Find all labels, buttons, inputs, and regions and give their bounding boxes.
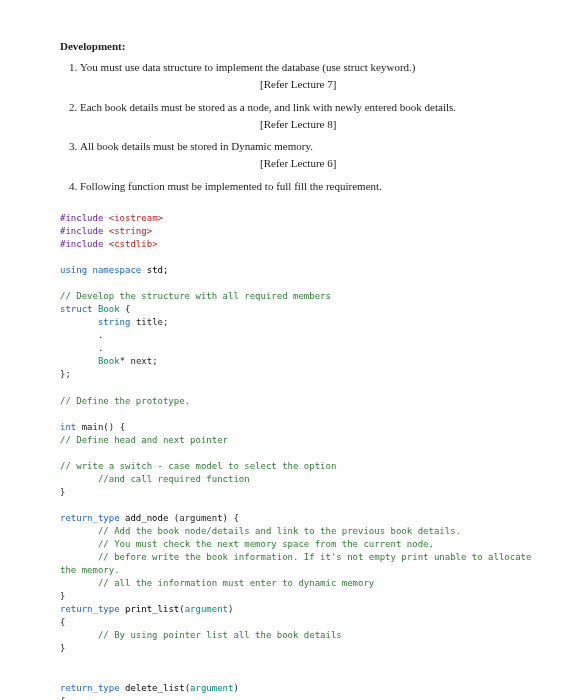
include-header: <iostream> bbox=[109, 213, 163, 223]
brace: { bbox=[60, 617, 65, 627]
func-add-node: add_node bbox=[125, 513, 168, 523]
brace: } bbox=[60, 643, 65, 653]
section-heading: Development: bbox=[60, 40, 516, 52]
requirements-list: You must use data structure to implement… bbox=[80, 60, 516, 194]
ident-next: * next; bbox=[120, 356, 158, 366]
comment: // You must check the next memory space … bbox=[98, 539, 434, 549]
comment: // By using pointer list all the book de… bbox=[98, 630, 342, 640]
comment: // write a switch - case model to select… bbox=[60, 461, 336, 471]
include-directive: #include bbox=[60, 239, 109, 249]
list-item-ref: [Refer Lecture 6] bbox=[260, 156, 516, 171]
include-header: <string> bbox=[109, 226, 152, 236]
list-item: Each book details must be stored as a no… bbox=[80, 100, 516, 132]
dot: . bbox=[98, 343, 103, 353]
paren-argument: (argument) bbox=[174, 513, 228, 523]
type-book: Book bbox=[98, 304, 120, 314]
keyword-namespace: namespace bbox=[93, 265, 142, 275]
comment: // Add the book node/details and link to… bbox=[98, 526, 461, 536]
brace: } bbox=[60, 591, 65, 601]
argument: argument bbox=[190, 683, 233, 693]
list-item-ref: [Refer Lecture 8] bbox=[260, 117, 516, 132]
type-book: Book bbox=[98, 356, 120, 366]
brace: { bbox=[120, 422, 125, 432]
ident-title: title; bbox=[136, 317, 169, 327]
include-directive: #include bbox=[60, 213, 109, 223]
list-item-text: Following function must be implemented t… bbox=[80, 180, 382, 192]
comment: // Define the prototype. bbox=[60, 396, 190, 406]
comment: // before write the book information. If… bbox=[98, 552, 531, 562]
brace: { bbox=[233, 513, 238, 523]
brace: }; bbox=[60, 369, 71, 379]
brace: { bbox=[125, 304, 130, 314]
return-type: return_type bbox=[60, 683, 120, 693]
argument: argument bbox=[185, 604, 228, 614]
list-item-text: All book details must be stored in Dynam… bbox=[80, 140, 313, 152]
code-block: #include <iostream> #include <string> #i… bbox=[60, 212, 516, 700]
list-item-ref: [Refer Lecture 7] bbox=[260, 77, 516, 92]
func-print-list: print_list bbox=[125, 604, 179, 614]
comment: // all the information must enter to dyn… bbox=[98, 578, 374, 588]
ident-std: std; bbox=[147, 265, 169, 275]
return-type: return_type bbox=[60, 513, 120, 523]
keyword-int: int bbox=[60, 422, 76, 432]
comment: //and call required function bbox=[98, 474, 250, 484]
return-type: return_type bbox=[60, 604, 120, 614]
list-item: Following function must be implemented t… bbox=[80, 179, 516, 194]
type-string: string bbox=[98, 317, 131, 327]
comment: // Define head and next pointer bbox=[60, 435, 228, 445]
comment: // Develop the structure with all requir… bbox=[60, 291, 331, 301]
func-main: main() bbox=[82, 422, 115, 432]
list-item: You must use data structure to implement… bbox=[80, 60, 516, 92]
func-delete-list: delete_list bbox=[125, 683, 185, 693]
include-header: <cstdlib> bbox=[109, 239, 158, 249]
list-item-text: You must use data structure to implement… bbox=[80, 61, 416, 73]
include-directive: #include bbox=[60, 226, 109, 236]
brace: } bbox=[60, 487, 65, 497]
list-item: All book details must be stored in Dynam… bbox=[80, 139, 516, 171]
comment: the memory. bbox=[60, 565, 120, 575]
list-item-text: Each book details must be stored as a no… bbox=[80, 101, 456, 113]
brace: { bbox=[60, 696, 65, 700]
keyword-struct: struct bbox=[60, 304, 93, 314]
dot: . bbox=[98, 330, 103, 340]
keyword-using: using bbox=[60, 265, 87, 275]
